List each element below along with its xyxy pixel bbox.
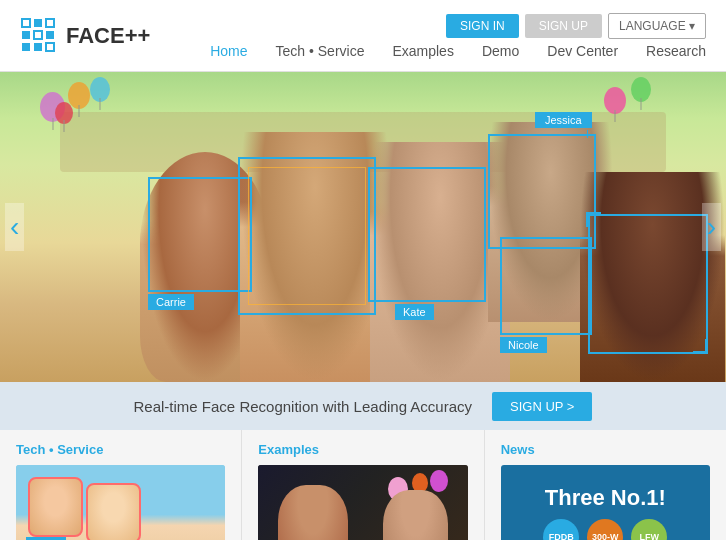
balloon-6 <box>631 77 651 102</box>
face-box-kate <box>368 167 486 302</box>
nav-item-research[interactable]: Research <box>646 43 706 59</box>
language-button[interactable]: LANGUAGE ▾ <box>608 13 706 39</box>
face-label-nicole: Nicole <box>500 337 547 353</box>
chevron-down-icon: ▾ <box>689 19 695 33</box>
cta-bar: Real-time Face Recognition with Leading … <box>0 382 726 430</box>
logo: FACE++ <box>20 17 150 55</box>
face-box-nicole <box>500 237 592 335</box>
nav-item-devcenter[interactable]: Dev Center <box>547 43 618 59</box>
cta-text: Real-time Face Recognition with Leading … <box>134 398 473 415</box>
logo-icon <box>20 17 58 55</box>
badge-lfw: LFW <box>631 519 667 540</box>
signin-button[interactable]: SIGN IN <box>446 14 519 38</box>
nav-item-home[interactable]: Home <box>210 43 247 59</box>
header: FACE++ SIGN IN SIGN UP LANGUAGE ▾ Home T… <box>0 0 726 72</box>
examples-col-title: Examples <box>258 442 467 457</box>
balloon-2 <box>68 82 90 109</box>
news-headline: Three No.1! <box>545 485 666 511</box>
face-box-dark <box>588 214 708 354</box>
svg-rect-8 <box>46 43 54 51</box>
face-box-dark-corner-br2 <box>705 339 708 354</box>
badge-300w: 300-W <box>587 519 623 540</box>
svg-rect-5 <box>46 31 54 39</box>
face-label-kate: Kate <box>395 304 434 320</box>
bottom-col-tech: Tech • Service Anna, 12 Kate, 13 <box>0 430 242 540</box>
face-box-dark-corner-tl2 <box>586 212 589 227</box>
jessica-connector <box>587 130 588 138</box>
auth-buttons: SIGN IN SIGN UP LANGUAGE ▾ <box>446 13 706 39</box>
news-thumbnail[interactable]: Three No.1! FDDB 300-W LFW <box>501 465 710 540</box>
news-badges: FDDB 300-W LFW <box>543 519 667 540</box>
header-right: SIGN IN SIGN UP LANGUAGE ▾ Home Tech • S… <box>210 13 706 59</box>
face-box-carrie <box>148 177 252 292</box>
hero-section: Carrie Kate Jessica Nicole ‹ › <box>0 72 726 382</box>
svg-rect-1 <box>22 31 30 39</box>
svg-rect-2 <box>34 19 42 27</box>
face-box-center-inner <box>248 167 366 305</box>
face-label-carrie: Carrie <box>148 294 194 310</box>
svg-rect-4 <box>46 19 54 27</box>
signup-button[interactable]: SIGN UP <box>525 14 602 38</box>
examples-thumbnail[interactable] <box>258 465 467 540</box>
bottom-col-examples: Examples <box>242 430 484 540</box>
hero-prev-arrow[interactable]: ‹ <box>5 203 24 251</box>
hero-next-arrow[interactable]: › <box>702 203 721 251</box>
svg-rect-3 <box>34 31 42 39</box>
main-nav: Home Tech • Service Examples Demo Dev Ce… <box>210 43 706 59</box>
svg-rect-0 <box>22 19 30 27</box>
face-box-jessica <box>488 134 596 249</box>
balloon-5 <box>604 87 626 114</box>
news-col-title: News <box>501 442 710 457</box>
balloon-3 <box>90 77 110 102</box>
svg-rect-6 <box>22 43 30 51</box>
nav-item-examples[interactable]: Examples <box>392 43 453 59</box>
tech-thumbnail[interactable]: Anna, 12 Kate, 13 <box>16 465 225 540</box>
nav-item-tech[interactable]: Tech • Service <box>276 43 365 59</box>
logo-text: FACE++ <box>66 23 150 49</box>
nav-item-demo[interactable]: Demo <box>482 43 519 59</box>
language-label: LANGUAGE <box>619 19 686 33</box>
svg-rect-7 <box>34 43 42 51</box>
cta-signup-button[interactable]: SIGN UP > <box>492 392 592 421</box>
face-label-jessica: Jessica <box>535 112 592 128</box>
bottom-section: Tech • Service Anna, 12 Kate, 13 Example… <box>0 430 726 540</box>
tech-col-title: Tech • Service <box>16 442 225 457</box>
bottom-col-news: News Three No.1! FDDB 300-W LFW <box>485 430 726 540</box>
balloon-4 <box>55 102 73 124</box>
badge-fddb: FDDB <box>543 519 579 540</box>
